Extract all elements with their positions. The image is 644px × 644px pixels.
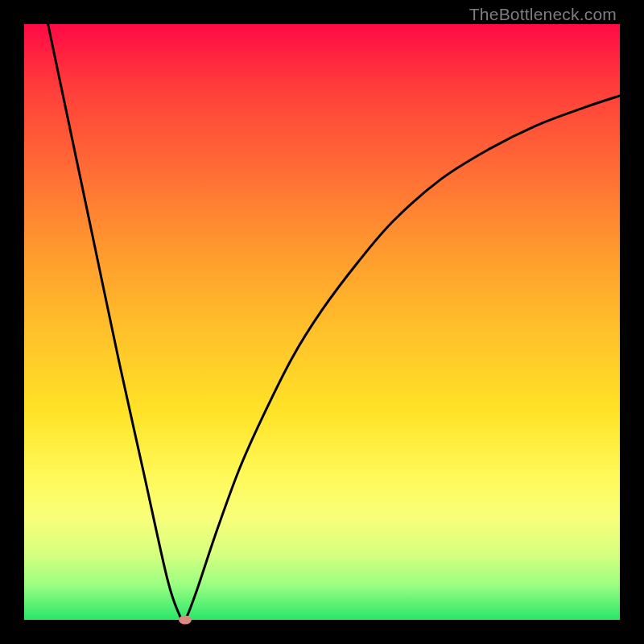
watermark-text: TheBottleneck.com: [469, 5, 617, 24]
curve-svg: [24, 24, 620, 620]
minimum-marker: [179, 616, 192, 625]
curve-path: [48, 24, 620, 620]
plot-area: [24, 24, 620, 620]
chart-frame: TheBottleneck.com: [0, 0, 644, 644]
